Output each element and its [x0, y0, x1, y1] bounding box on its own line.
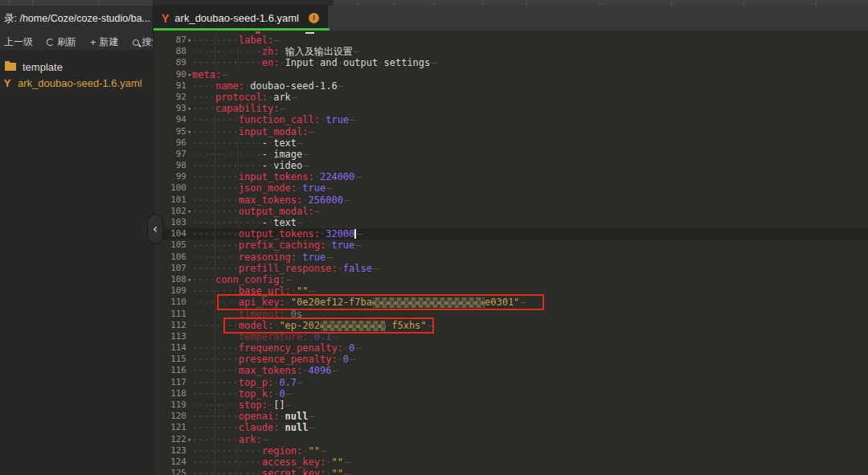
code-line-122[interactable]: 122▾········ark:– [153, 434, 868, 445]
new-file-button[interactable]: + 新建 [90, 35, 119, 49]
code-token: 4096 [309, 365, 332, 376]
code-line-89[interactable]: 89 ············en:·Input·and·output·sett… [153, 57, 868, 68]
code-token: 0s [291, 309, 302, 320]
line-number: 93 [153, 103, 186, 114]
code-content: ········top_p:·0.7– [192, 377, 303, 388]
line-ending-marker: – [344, 468, 350, 475]
code-token: max_tokens: [239, 365, 302, 376]
whitespace-dots: ········ [192, 411, 239, 422]
up-level-label: 上一级 [4, 35, 33, 49]
line-number: 118 [153, 388, 186, 399]
code-line-119[interactable]: 119 ········stop:·[]– [153, 399, 868, 411]
code-token: 输入及输出设置 [285, 46, 353, 57]
whitespace-dots: · [302, 365, 308, 376]
refresh-button[interactable]: 刷新 [47, 35, 76, 49]
tree-item-yaml-file[interactable]: Y ark_doubao-seed-1.6.yaml [0, 75, 153, 91]
whitespace-dots: ········ [192, 195, 239, 206]
code-token: top_k: [239, 388, 273, 399]
indent-guide [215, 285, 215, 297]
code-content: ············-·text– [192, 217, 303, 228]
code-content: ········frequency_penalty:·0– [192, 342, 362, 354]
line-number: 100 [153, 182, 186, 194]
indent-guide [215, 411, 215, 422]
code-line-123[interactable]: 123 ············region:·""– [153, 445, 868, 457]
whitespace-dots: · [338, 263, 343, 274]
code-token: 0 [279, 388, 285, 399]
yaml-file-icon: Y [2, 77, 13, 89]
line-ending-marker: – [332, 331, 338, 342]
code-line-109[interactable]: 109 ········base_url:·""– [153, 285, 868, 297]
line-number: 117 [153, 377, 186, 388]
indent-guide [215, 195, 215, 206]
whitespace-dots: · [279, 57, 285, 68]
code-line-112[interactable]: 112 ········model:·"ep-202·f5xhs"– [153, 320, 868, 331]
code-line-117[interactable]: 117 ········top_p:·0.7– [153, 377, 868, 388]
editor-tab-bar: Y ark_doubao-seed-1.6.yaml ! [153, 6, 868, 31]
code-line-106[interactable]: 106 ········reasoning:·true– [153, 252, 868, 263]
code-line-91[interactable]: 91 ····name:·doubao-seed-1.6– [153, 80, 868, 92]
code-content: ····name:·doubao-seed-1.6– [192, 80, 344, 92]
code-line-97[interactable]: 97 ············-·image– [153, 149, 868, 160]
code-line-98[interactable]: 98 ············-·video– [153, 160, 868, 171]
code-line-114[interactable]: 114 ········frequency_penalty:·0– [153, 342, 868, 354]
code-content: ········openai:·null– [192, 411, 315, 422]
whitespace-dots: ············ [192, 137, 262, 149]
whitespace-dots: ········ [192, 240, 239, 251]
indent-guide [215, 457, 215, 468]
line-ending-marker: – [332, 365, 338, 376]
whitespace-dots: ········ [192, 422, 239, 433]
tree-item-template-folder[interactable]: template [0, 59, 153, 75]
code-line-103[interactable]: 103 ············-·text– [153, 217, 868, 228]
line-number: 88 [153, 46, 186, 57]
code-line-99[interactable]: 99 ········input_tokens:·224000– [153, 171, 868, 182]
code-line-92[interactable]: 92 ····protocol:·ark– [153, 92, 868, 103]
up-level-button[interactable]: 上一级 [4, 35, 33, 49]
code-line-118[interactable]: 118 ········top_k:·0– [153, 388, 868, 399]
code-line-94[interactable]: 94 ········function_call:·true– [153, 114, 868, 125]
code-line-100[interactable]: 100 ········json_mode:·true– [153, 182, 868, 194]
top-strip-separator [434, 0, 435, 6]
code-token: meta: [192, 69, 221, 80]
code-line-88[interactable]: 88 ············zh:·输入及输出设置– [153, 46, 868, 57]
code-content: ········output_tokens:·32000– [192, 228, 362, 240]
whitespace-dots: ········ [192, 297, 239, 308]
indent-guide [215, 377, 215, 388]
code-line-113[interactable]: 113 ········temperature:·0.1– [153, 331, 868, 342]
code-token: 0 [343, 354, 349, 365]
code-token: text [273, 217, 297, 228]
code-line-96[interactable]: 96 ············-·text– [153, 137, 868, 149]
code-line-108[interactable]: 108▾····conn_config:– [153, 274, 868, 285]
code-line-95[interactable]: 95▾········input_modal:– [153, 126, 868, 137]
code-token: 256000 [309, 195, 343, 206]
code-line-104[interactable]: 104 ········output_tokens:·32000– [153, 228, 868, 240]
code-line-101[interactable]: 101 ········max_tokens:·256000– [153, 195, 868, 206]
sidebar-collapse-handle[interactable]: ‹ [147, 214, 163, 244]
code-line-124[interactable]: 124 ············access_key:·""– [153, 457, 868, 468]
code-line-121[interactable]: 121 ········claude:·null– [153, 422, 868, 433]
code-token: settings [384, 57, 431, 68]
code-line-115[interactable]: 115 ········presence_penalty:·0– [153, 354, 868, 365]
code-line-107[interactable]: 107 ········prefill_response:·false– [153, 263, 868, 274]
clipped-text-fragment [305, 32, 314, 34]
code-token: "ep-202 [279, 320, 320, 331]
code-line-116[interactable]: 116 ········max_tokens:·4096– [153, 365, 868, 376]
code-token: temperature: [239, 331, 309, 342]
code-line-93[interactable]: 93▾····capability:– [153, 103, 868, 114]
code-line-125[interactable]: 125 ············secret_key:·""– [153, 468, 868, 475]
code-line-102[interactable]: 102▾········output_modal:– [153, 206, 868, 217]
line-number: 97 [153, 149, 186, 160]
code-line-120[interactable]: 120 ········openai:·null– [153, 411, 868, 422]
code-token: output_tokens: [239, 228, 320, 240]
code-token: Input [285, 57, 314, 68]
code-line-105[interactable]: 105 ········prefix_caching:·true– [153, 240, 868, 251]
code-token: presence_penalty: [239, 354, 338, 365]
line-ending-marker: – [297, 137, 303, 149]
code-line-87[interactable]: 87▾········label:– [153, 35, 868, 46]
code-line-90[interactable]: 90▾meta:– [153, 69, 868, 80]
code-line-110[interactable]: 110 ········api_key:·"0e20ef12-f7bae0301… [153, 297, 868, 308]
code-line-111[interactable]: 111 ········timeout:·0s– [153, 309, 868, 320]
whitespace-dots: ········ [192, 388, 239, 399]
code-editor[interactable]: 87▾········label:–88 ············zh:·输入及… [153, 31, 868, 475]
tab-ark-doubao-seed-yaml[interactable]: Y ark_doubao-seed-1.6.yaml ! [153, 6, 328, 31]
top-strip-separator [358, 0, 358, 6]
